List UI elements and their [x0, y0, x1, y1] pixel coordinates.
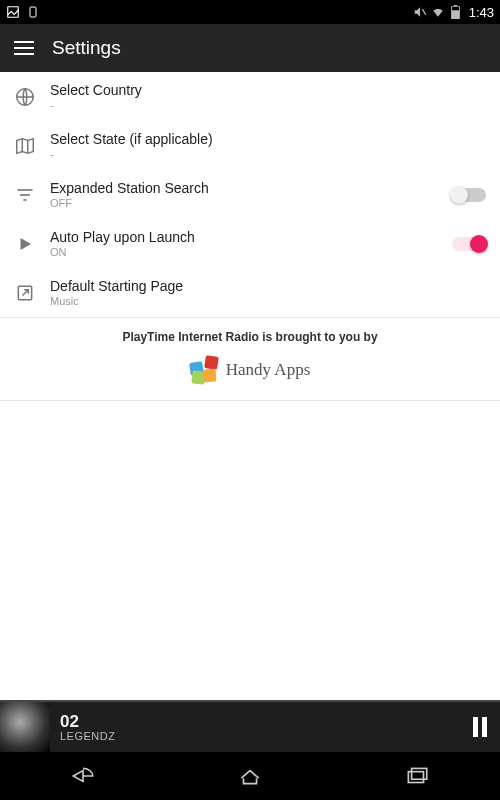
system-navbar: [0, 752, 500, 800]
promo-brand-name: Handy Apps: [226, 360, 311, 380]
promo-section: PlayTime Internet Radio is brought to yo…: [0, 318, 500, 400]
settings-list: Select Country - Select State (if applic…: [0, 72, 500, 401]
svg-rect-4: [454, 5, 458, 7]
play-icon: [14, 233, 36, 255]
track-number: 02: [60, 713, 460, 730]
mute-icon: [413, 5, 427, 19]
svg-rect-5: [452, 7, 459, 11]
page-title: Settings: [52, 37, 121, 59]
status-bar: 1:43: [0, 0, 500, 24]
promo-tagline: PlayTime Internet Radio is brought to yo…: [0, 330, 500, 344]
select-country-row[interactable]: Select Country -: [0, 72, 500, 121]
sim-status-icon: [26, 5, 40, 19]
setting-subtitle: -: [50, 148, 486, 160]
setting-subtitle: OFF: [50, 197, 438, 209]
expanded-search-toggle[interactable]: [452, 188, 486, 202]
setting-title: Select Country: [50, 82, 486, 98]
promo-logo[interactable]: Handy Apps: [0, 356, 500, 384]
setting-title: Auto Play upon Launch: [50, 229, 438, 245]
svg-marker-10: [21, 238, 32, 250]
wifi-icon: [431, 5, 445, 19]
autoplay-row[interactable]: Auto Play upon Launch ON: [0, 219, 500, 268]
globe-icon: [14, 86, 36, 108]
app-bar: Settings: [0, 24, 500, 72]
track-name: LEGENDZ: [60, 730, 460, 742]
external-link-icon: [14, 282, 36, 304]
gallery-status-icon: [6, 5, 20, 19]
setting-title: Default Starting Page: [50, 278, 486, 294]
setting-subtitle: ON: [50, 246, 438, 258]
map-icon: [14, 135, 36, 157]
mini-player[interactable]: 02 LEGENDZ: [0, 700, 500, 752]
handy-apps-icon: [190, 356, 218, 384]
recents-button[interactable]: [387, 760, 447, 792]
svg-rect-12: [408, 772, 423, 783]
back-button[interactable]: [53, 760, 113, 792]
svg-rect-1: [30, 7, 36, 17]
svg-line-2: [422, 9, 426, 15]
autoplay-toggle[interactable]: [452, 237, 486, 251]
setting-title: Select State (if applicable): [50, 131, 486, 147]
expanded-search-row[interactable]: Expanded Station Search OFF: [0, 170, 500, 219]
start-page-row[interactable]: Default Starting Page Music: [0, 268, 500, 317]
home-button[interactable]: [220, 760, 280, 792]
divider: [0, 400, 500, 401]
filter-icon: [14, 184, 36, 206]
select-state-row[interactable]: Select State (if applicable) -: [0, 121, 500, 170]
album-art: [0, 702, 50, 752]
pause-button[interactable]: [460, 717, 500, 737]
status-time: 1:43: [469, 5, 494, 20]
svg-rect-13: [411, 768, 426, 779]
setting-title: Expanded Station Search: [50, 180, 438, 196]
battery-icon: [449, 5, 463, 19]
setting-subtitle: Music: [50, 295, 486, 307]
menu-button[interactable]: [14, 41, 34, 55]
setting-subtitle: -: [50, 99, 486, 111]
